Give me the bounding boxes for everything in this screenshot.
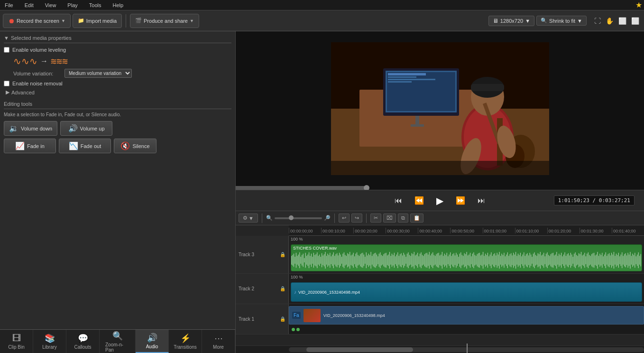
paste-button[interactable]: 📋 <box>410 214 423 223</box>
tab-clip-bin[interactable]: 🎞 Clip Bin <box>0 330 33 353</box>
section-collapse-arrow[interactable]: ▼ <box>4 35 9 41</box>
track-1-label: Track 1 <box>239 316 254 322</box>
video-clip-track2[interactable]: ♪ VID_20200906_153240498.mp4 <box>291 282 642 302</box>
bottom-tabs: 🎞 Clip Bin 📚 Library 💬 Callouts 🔍 Zoom-n… <box>0 329 235 353</box>
undo-button[interactable]: ↩ <box>339 214 350 223</box>
zoom-in-icon[interactable]: 🔎 <box>324 215 331 221</box>
svg-rect-263 <box>570 253 571 268</box>
svg-rect-73 <box>349 254 349 267</box>
svg-rect-304 <box>618 253 619 268</box>
record-button[interactable]: ⏺ Record the screen ▼ <box>3 14 71 28</box>
svg-rect-107 <box>388 254 388 266</box>
audio-clip-track3[interactable]: STICHES COVER.wav // This will be done w… <box>291 244 642 271</box>
view-icon-2[interactable]: ⬜ <box>629 16 641 26</box>
svg-rect-270 <box>579 253 579 268</box>
tab-library[interactable]: 📚 Library <box>33 330 66 353</box>
menu-edit[interactable]: Edit <box>22 1 37 9</box>
menu-play[interactable]: Play <box>64 1 80 9</box>
properties-section-header: ▼ Selected media properties <box>4 35 231 43</box>
svg-rect-208 <box>506 254 506 266</box>
advanced-row[interactable]: ▶ Advanced <box>6 89 231 95</box>
svg-rect-293 <box>606 252 606 268</box>
svg-rect-10 <box>415 116 419 125</box>
hand-icon[interactable]: ✋ <box>604 16 616 26</box>
skip-back-button[interactable]: ⏮ <box>391 195 406 207</box>
menu-file[interactable]: File <box>2 1 16 9</box>
svg-rect-75 <box>351 255 351 265</box>
svg-rect-35 <box>304 258 304 262</box>
svg-rect-184 <box>478 253 478 268</box>
tab-audio[interactable]: 🔊 Audio <box>136 330 169 353</box>
track-3-lock[interactable]: 🔒 <box>280 252 285 257</box>
skip-forward-button[interactable]: ⏭ <box>474 195 489 207</box>
svg-rect-94 <box>373 254 373 267</box>
svg-rect-171 <box>463 256 463 265</box>
view-icon-1[interactable]: ⬜ <box>616 16 628 26</box>
track-3-content[interactable]: 100 % STICHES COVER.wav // This will be … <box>289 236 644 273</box>
cut-button[interactable]: ✂ <box>370 214 381 223</box>
video-clip-2-label: VID_20200906_153240498.mp4 <box>298 290 360 295</box>
tab-zoom-pan[interactable]: 🔍 Zoom-n-Pan <box>100 330 136 353</box>
volume-down-button[interactable]: 🔉 Volume down <box>4 121 57 136</box>
play-button[interactable]: ▶ <box>432 193 447 208</box>
toolbar-right: 🖥 1280x720 ▼ 🔍 Shrink to fit ▼ ⛶ ✋ ⬜ ⬜ <box>488 16 641 26</box>
svg-rect-46 <box>317 252 317 268</box>
editing-tools-desc: Make a selection to Fade in, Fade out, o… <box>4 112 231 117</box>
fast-forward-button[interactable]: ⏩ <box>452 194 469 207</box>
svg-rect-101 <box>381 255 382 265</box>
copy-button[interactable]: ⧉ <box>398 214 408 223</box>
enable-volume-checkbox[interactable] <box>4 47 9 53</box>
track-1-lock[interactable]: 🔒 <box>280 316 285 322</box>
shrink-button[interactable]: 🔍 Shrink to fit ▼ <box>536 16 587 26</box>
tab-more[interactable]: ⋯ More <box>202 330 235 353</box>
audio-waveform: // This will be done with inline SVG <box>291 251 642 269</box>
svg-rect-229 <box>531 254 531 266</box>
track-row-1: Track 1 🔒 Fa VID_20200906_1 <box>236 304 644 334</box>
track-1-content[interactable]: Fa VID_20200906_153240498.mp4 <box>289 304 644 334</box>
bottom-scrollbar[interactable] <box>236 345 644 353</box>
fa-label: Fa <box>292 312 301 319</box>
svg-rect-159 <box>449 254 450 266</box>
menu-tools[interactable]: Tools <box>86 1 104 9</box>
tab-callouts[interactable]: 💬 Callouts <box>66 330 100 353</box>
svg-rect-172 <box>464 253 465 268</box>
produce-button[interactable]: 🎬 Produce and share ▼ <box>130 14 199 28</box>
track-2-lock[interactable]: 🔒 <box>280 286 285 291</box>
scrubber-bar[interactable] <box>236 186 644 190</box>
svg-rect-143 <box>430 255 431 265</box>
zoom-out-icon[interactable]: 🔍 <box>266 215 273 221</box>
menu-help[interactable]: Help <box>110 1 126 9</box>
video-clip-track1[interactable]: Fa VID_20200906_153240498.mp4 <box>289 306 644 325</box>
import-button[interactable]: 📁 Import media <box>73 14 122 28</box>
res-arrow: ▼ <box>525 18 530 24</box>
track-2-content[interactable]: 100 % ♪ VID_20200906_153240498.mp4 <box>289 274 644 304</box>
resolution-button[interactable]: 🖥 1280x720 ▼ <box>488 16 534 26</box>
fade-in-icon: 📈 <box>15 141 25 150</box>
silence-button[interactable]: 🔇 Silence <box>114 139 156 153</box>
volume-variation-select[interactable]: Medium volume variation <box>64 69 132 78</box>
fade-out-button[interactable]: 📉 Fade out <box>59 139 111 153</box>
svg-rect-228 <box>530 253 530 268</box>
svg-rect-87 <box>365 257 365 264</box>
scrollbar-thumb[interactable] <box>306 347 413 352</box>
expand-icon[interactable]: ⛶ <box>592 16 603 26</box>
svg-rect-299 <box>612 254 613 266</box>
svg-rect-127 <box>412 253 412 268</box>
redo-button[interactable]: ↪ <box>351 214 362 223</box>
svg-rect-52 <box>324 254 324 267</box>
menu-view[interactable]: View <box>42 1 59 9</box>
svg-rect-201 <box>498 254 498 266</box>
svg-rect-137 <box>423 256 423 265</box>
svg-rect-310 <box>626 253 626 268</box>
svg-rect-194 <box>490 254 490 266</box>
rewind-button[interactable]: ⏪ <box>411 194 428 207</box>
volume-up-button[interactable]: 🔊 Volume up <box>60 121 112 136</box>
zoom-slider[interactable] <box>275 217 322 219</box>
fade-in-button[interactable]: 📈 Fade in <box>4 139 56 153</box>
timeline-settings-button[interactable]: ⚙ ▼ <box>239 214 258 223</box>
split-button[interactable]: ⌧ <box>383 214 396 223</box>
svg-rect-278 <box>588 252 589 268</box>
tl-sep-1 <box>262 214 262 223</box>
enable-noise-checkbox[interactable] <box>4 81 9 86</box>
tab-transitions[interactable]: ⚡ Transitions <box>169 330 202 353</box>
